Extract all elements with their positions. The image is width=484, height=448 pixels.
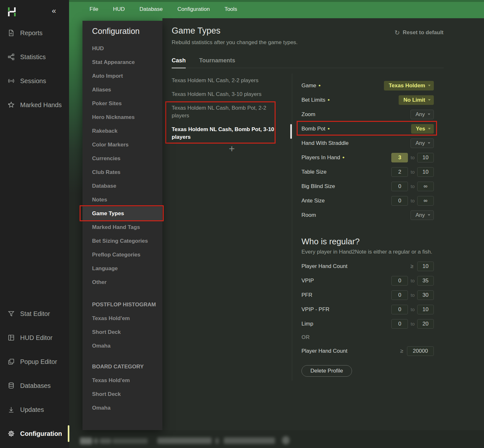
pfr-max-input[interactable]: 30 bbox=[417, 290, 434, 300]
config-item-currencies[interactable]: Currencies bbox=[82, 152, 162, 165]
setting-label: Players In Hand bbox=[301, 154, 340, 161]
hand2note-app: File HUD Database Configuration Tools « … bbox=[0, 0, 484, 448]
zoom-dropdown[interactable]: Any bbox=[410, 110, 434, 119]
list-settings-divider bbox=[292, 74, 292, 381]
tab-cash[interactable]: Cash bbox=[172, 57, 186, 68]
hand-with-straddle-dropdown[interactable]: Any bbox=[410, 138, 434, 148]
game-type-item[interactable]: Texas Holdem NL Cash, Bomb Pot, 2-2 play… bbox=[172, 104, 277, 120]
greater-equal-symbol: ≥ bbox=[410, 263, 413, 270]
vpip-min-input[interactable]: 0 bbox=[391, 276, 408, 286]
who-is-regular-title: Who is regular? bbox=[301, 237, 434, 246]
ante-size-min-input[interactable]: 0 bbox=[391, 196, 408, 206]
scrollbar-thumb[interactable] bbox=[290, 124, 292, 139]
config-item-color-markers[interactable]: Color Markers bbox=[82, 138, 162, 152]
collapse-sidebar-icon[interactable]: « bbox=[52, 6, 55, 15]
big-blind-size-max-input[interactable]: ∞ bbox=[417, 182, 434, 191]
sidebar-item-hud-editor[interactable]: HUD Editor bbox=[7, 332, 52, 343]
delete-profile-button[interactable]: Delete Profile bbox=[301, 365, 352, 377]
config-item-board-short-deck[interactable]: Short Deck bbox=[82, 387, 162, 401]
limp-max-input[interactable]: 20 bbox=[417, 319, 434, 329]
player-hand-count-or-input[interactable]: 20000 bbox=[407, 346, 434, 356]
config-item-postflop-short-deck[interactable]: Short Deck bbox=[82, 325, 162, 339]
game-type-item[interactable]: Texas Holdem NL Cash, 2-2 players bbox=[172, 77, 277, 84]
configuration-panel: Configuration HUD Stat Appearance Auto I… bbox=[82, 21, 162, 430]
menu-item-file[interactable]: File bbox=[90, 6, 98, 12]
big-blind-size-min-input[interactable]: 0 bbox=[391, 182, 408, 191]
download-icon bbox=[7, 406, 15, 413]
config-item-stat-appearance[interactable]: Stat Appearance bbox=[82, 55, 162, 69]
menu-item-hud[interactable]: HUD bbox=[113, 6, 125, 12]
sidebar-item-updates[interactable]: Updates bbox=[7, 404, 44, 415]
config-item-postflop-texas-holdem[interactable]: Texas Hold'em bbox=[82, 311, 162, 325]
sidebar-item-marked-hands[interactable]: Marked Hands bbox=[7, 99, 62, 111]
players-in-hand-min-input[interactable]: 3 bbox=[391, 153, 408, 162]
room-dropdown[interactable]: Any bbox=[410, 210, 434, 220]
range-separator: to bbox=[410, 184, 415, 189]
config-item-board-omaha[interactable]: Omaha bbox=[82, 401, 162, 415]
config-item-hud[interactable]: HUD bbox=[82, 42, 162, 55]
range-separator: to bbox=[410, 321, 415, 326]
config-item-preflop-categories[interactable]: Preflop Categories bbox=[82, 248, 162, 262]
game-dropdown[interactable]: Texas Holdem bbox=[384, 81, 434, 90]
config-item-rakeback[interactable]: Rakeback bbox=[82, 124, 162, 138]
section-heading-board-category: BOARD CATEGORY bbox=[82, 360, 162, 373]
config-item-language[interactable]: Language bbox=[82, 262, 162, 275]
vpip-pfr-min-input[interactable]: 0 bbox=[391, 305, 408, 314]
add-game-type-button[interactable]: + bbox=[172, 144, 292, 154]
sidebar-item-statistics[interactable]: Statistics bbox=[7, 51, 46, 63]
setting-label: Zoom bbox=[301, 111, 315, 118]
setting-row-room: Room Any bbox=[301, 208, 434, 222]
pfr-min-input[interactable]: 0 bbox=[391, 290, 408, 300]
config-item-marked-hand-tags[interactable]: Marked Hand Tags bbox=[82, 220, 162, 234]
config-item-postflop-omaha[interactable]: Omaha bbox=[82, 339, 162, 353]
redacted-status-text bbox=[157, 437, 212, 444]
table-size-min-input[interactable]: 2 bbox=[391, 167, 408, 177]
players-in-hand-max-input[interactable]: 10 bbox=[417, 153, 434, 162]
bomb-pot-dropdown[interactable]: Yes bbox=[411, 124, 434, 134]
redacted-status-bar bbox=[0, 436, 484, 447]
config-item-bet-sizing-categories[interactable]: Bet Sizing Categories bbox=[82, 234, 162, 248]
config-item-auto-import[interactable]: Auto Import bbox=[82, 69, 162, 83]
vpip-pfr-max-input[interactable]: 10 bbox=[417, 305, 434, 314]
config-item-club-rates[interactable]: Club Rates bbox=[82, 165, 162, 179]
config-item-other[interactable]: Other bbox=[82, 275, 162, 289]
menu-item-configuration[interactable]: Configuration bbox=[177, 6, 210, 12]
sidebar-item-reports[interactable]: Reports bbox=[7, 27, 43, 39]
config-item-notes[interactable]: Notes bbox=[82, 193, 162, 207]
game-type-item[interactable]: Texas Holdem NL Cash, 3-10 players bbox=[172, 90, 277, 98]
filter-icon bbox=[7, 310, 15, 318]
config-item-board-texas-holdem[interactable]: Texas Hold'em bbox=[82, 373, 162, 387]
config-item-aliases[interactable]: Aliases bbox=[82, 83, 162, 97]
hand2note-logo-icon bbox=[7, 6, 17, 17]
ante-size-max-input[interactable]: ∞ bbox=[417, 196, 434, 206]
config-item-hero-nicknames[interactable]: Hero Nicknames bbox=[82, 110, 162, 124]
hud-grid-icon bbox=[7, 334, 15, 342]
regular-row-vpip-pfr: VPIP - PFR 0 to 10 bbox=[301, 302, 434, 317]
config-item-game-types[interactable]: Game Types bbox=[82, 207, 162, 220]
sidebar-item-label: Marked Hands bbox=[20, 101, 62, 109]
reset-to-default-button[interactable]: ↻ Reset to default bbox=[394, 29, 443, 36]
sessions-icon bbox=[7, 77, 15, 85]
game-type-item-selected[interactable]: Texas Holdem NL Cash, Bomb Pot, 3-10 pla… bbox=[172, 126, 277, 141]
sidebar-item-popup-editor[interactable]: Popup Editor bbox=[7, 356, 57, 367]
config-item-poker-sites[interactable]: Poker Sites bbox=[82, 97, 162, 110]
config-item-database[interactable]: Database bbox=[82, 179, 162, 193]
player-hand-count-input[interactable]: 10 bbox=[417, 262, 434, 271]
vpip-max-input[interactable]: 35 bbox=[417, 276, 434, 286]
sidebar-item-configuration[interactable]: Configuration bbox=[7, 428, 62, 439]
menu-item-database[interactable]: Database bbox=[139, 6, 163, 12]
limp-min-input[interactable]: 0 bbox=[391, 319, 408, 329]
redacted-status-text bbox=[113, 438, 148, 444]
table-size-max-input[interactable]: 10 bbox=[417, 167, 434, 177]
modified-dot: • bbox=[342, 156, 345, 159]
bet-limits-dropdown[interactable]: No Limit bbox=[399, 95, 434, 105]
sidebar: « Reports Statistics bbox=[0, 0, 69, 448]
setting-label: Bomb Pot bbox=[301, 126, 325, 132]
redacted-status-text bbox=[94, 438, 98, 444]
sidebar-item-databases[interactable]: Databases bbox=[7, 380, 51, 391]
tab-tournaments[interactable]: Tournaments bbox=[199, 57, 235, 68]
section-heading-postflop-histogram: POSTFLOP HISTOGRAM bbox=[82, 298, 162, 311]
sidebar-item-sessions[interactable]: Sessions bbox=[7, 75, 46, 87]
sidebar-item-stat-editor[interactable]: Stat Editor bbox=[7, 308, 50, 319]
menu-item-tools[interactable]: Tools bbox=[224, 6, 237, 12]
